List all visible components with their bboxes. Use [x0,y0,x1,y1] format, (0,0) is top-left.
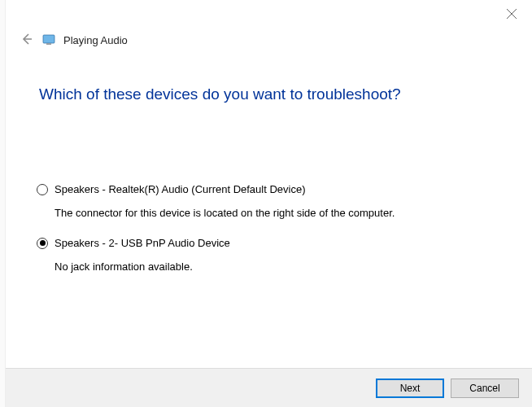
troubleshooter-icon [42,33,55,46]
device-options: Speakers - Realtek(R) Audio (Current Def… [37,183,508,291]
svg-rect-3 [43,35,55,43]
radio-icon [37,184,48,195]
page-heading: Which of these devices do you want to tr… [39,85,401,103]
window-edge-artifact [0,0,6,407]
device-option-description: The connector for this device is located… [55,207,508,219]
device-option-label: Speakers - 2- USB PnP Audio Device [55,237,230,249]
back-button[interactable] [20,33,34,47]
device-option-description: No jack information available. [55,260,508,273]
next-button[interactable]: Next [376,379,444,398]
back-arrow-icon [20,33,33,48]
wizard-title: Playing Audio [63,34,128,46]
close-icon [506,11,517,22]
wizard-header: Playing Audio [20,33,128,47]
close-button[interactable] [506,8,517,20]
svg-rect-4 [46,43,51,45]
cancel-button[interactable]: Cancel [451,379,519,398]
device-option[interactable]: Speakers - 2- USB PnP Audio Device [37,237,508,249]
device-option[interactable]: Speakers - Realtek(R) Audio (Current Def… [37,183,508,195]
wizard-footer: Next Cancel [6,368,532,407]
radio-icon [37,238,48,249]
device-option-label: Speakers - Realtek(R) Audio (Current Def… [55,183,306,195]
